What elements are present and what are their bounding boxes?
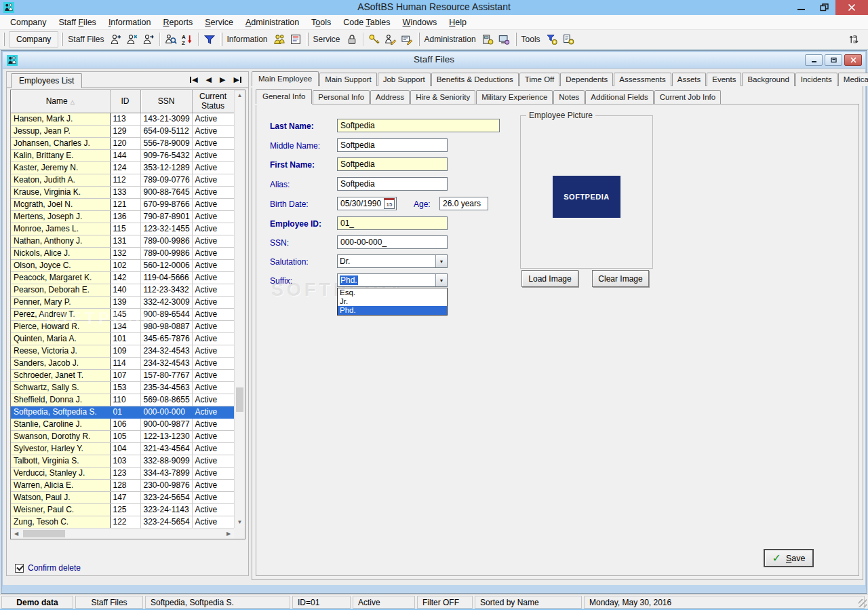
table-row[interactable]: Sylvestor, Harley Y.104321-43-4564Active [11, 442, 234, 455]
employee-info-button[interactable] [271, 31, 288, 47]
filter-tool-button[interactable] [544, 31, 560, 47]
subtab-military-experience[interactable]: Military Experience [476, 90, 553, 104]
table-row[interactable]: Kalin, Brittany E.144909-76-5432Active [11, 149, 234, 161]
subtab-additional-fields[interactable]: Additional Fields [585, 90, 653, 104]
table-row[interactable]: Keaton, Judith A.112789-09-0776Active [11, 174, 234, 186]
backup-button[interactable] [479, 31, 496, 47]
tab-incidents[interactable]: Incidents [795, 73, 837, 86]
table-row[interactable]: Perez, Andrew T.145900-89-6544Active [11, 308, 234, 320]
user-rights-button[interactable] [382, 31, 399, 47]
menu-item-service[interactable]: Service [199, 16, 239, 28]
move-employee-button[interactable] [140, 31, 157, 47]
tab-main-employee[interactable]: Main Employee [252, 71, 319, 86]
restore-db-button[interactable] [496, 31, 512, 47]
table-row[interactable]: Stanlie, Caroline J.106900-00-9877Active [11, 418, 234, 430]
scroll-right-arrow[interactable]: ▶ [223, 529, 234, 539]
table-row[interactable]: Nathan, Anthony J.131789-00-9986Active [11, 235, 234, 247]
menu-item-administration[interactable]: Administration [239, 16, 305, 28]
last-record-button[interactable]: ▶ [234, 75, 241, 84]
tab-time-off[interactable]: Time Off [519, 73, 559, 86]
key-button[interactable] [366, 31, 382, 47]
first-record-button[interactable]: ◀ [190, 75, 197, 84]
child-restore-button[interactable] [825, 54, 842, 66]
suffix-option-phd[interactable]: Phd. [338, 306, 447, 315]
table-row[interactable]: Reese, Victoria J.109234-32-4543Active [11, 345, 234, 357]
tab-job-support[interactable]: Job Support [378, 73, 431, 86]
menu-item-reports[interactable]: Reports [157, 16, 199, 28]
child-close-button[interactable] [844, 54, 862, 66]
vertical-scrollbar[interactable]: ▲ ▼ [234, 90, 245, 528]
close-button[interactable] [835, 0, 868, 15]
table-row[interactable]: Weisner, Paul C.125323-24-1143Active [11, 503, 234, 516]
calendar-button[interactable]: 15 [384, 198, 395, 209]
table-row[interactable]: Nickols, Alice J.132789-00-9986Active [11, 247, 234, 259]
ssn-input[interactable]: 000-00-000_ [337, 235, 448, 249]
resize-grip[interactable] [859, 599, 867, 607]
tab-main-support[interactable]: Main Support [319, 73, 376, 86]
table-row[interactable]: Talbott, Virginia S.103332-88-9099Active [11, 455, 234, 467]
table-row[interactable]: Warren, Alicia E.128230-00-9876Active [11, 479, 234, 491]
employee-id-input[interactable]: 01_ [337, 216, 448, 230]
table-row[interactable]: Quinten, Maria A.101345-65-7876Active [11, 332, 234, 345]
table-row[interactable]: Pierce, Howard R.134980-98-0887Active [11, 320, 234, 332]
tab-assessments[interactable]: Assessments [614, 73, 671, 86]
table-row[interactable]: Olson, Joyce C.102560-12-0006Active [11, 259, 234, 271]
horizontal-scroll-thumb[interactable] [23, 530, 65, 537]
table-row[interactable]: Sheffield, Donna J.110569-08-8655Active [11, 394, 234, 406]
table-row[interactable]: Schroeder, Janet T.107157-80-7767Active [11, 369, 234, 381]
table-row[interactable]: Krause, Virginia K.133900-88-7645Active [11, 186, 234, 198]
child-minimize-button[interactable] [805, 54, 823, 66]
column-header-current-status[interactable]: Current Status [192, 90, 234, 113]
scroll-down-arrow[interactable]: ▼ [235, 517, 245, 528]
tab-employees-list[interactable]: Employees List [11, 73, 82, 88]
tab-assets[interactable]: Assets [672, 73, 707, 86]
table-row[interactable]: Sanders, Jacob J.114234-32-4543Active [11, 357, 234, 369]
subtab-hire-seniority[interactable]: Hire & Seniority [410, 90, 475, 104]
next-record-button[interactable]: ▶ [220, 75, 225, 84]
menu-item-staff-files[interactable]: Staff Files [53, 16, 102, 28]
restore-button[interactable] [812, 0, 835, 15]
tab-events[interactable]: Events [707, 73, 741, 86]
suffix-dropdown-arrow[interactable]: ▼ [435, 274, 447, 286]
table-row[interactable]: Watson, Paul J.147323-24-5654Active [11, 491, 234, 503]
find-employee-button[interactable] [163, 31, 179, 47]
tab-dependents[interactable]: Dependents [560, 73, 613, 86]
alias-input[interactable]: Softpedia [337, 177, 448, 191]
copy-tool-button[interactable] [560, 31, 576, 47]
subtab-current-job-info[interactable]: Current Job Info [654, 90, 721, 104]
delete-employee-button[interactable] [124, 31, 140, 47]
suffix-option-jr[interactable]: Jr. [338, 297, 447, 306]
save-button[interactable]: ✓ Save [764, 549, 814, 567]
suffix-option-esq[interactable]: Esq. [338, 288, 447, 297]
report-button[interactable] [288, 31, 304, 47]
table-row[interactable]: Schwartz, Sally S.153235-34-4563Active [11, 381, 234, 394]
salutation-dropdown-arrow[interactable]: ▼ [435, 255, 447, 267]
column-header-ssn[interactable]: SSN [140, 90, 192, 113]
vertical-scroll-thumb[interactable] [236, 387, 243, 412]
table-row[interactable]: Pearson, Deborah E.140112-23-3432Active [11, 284, 234, 296]
table-row[interactable]: Mcgrath, Joel N.121670-99-8766Active [11, 198, 234, 210]
password-edit-button[interactable] [399, 31, 415, 47]
table-row[interactable]: Jessup, Jean P.129654-09-5112Active [11, 125, 234, 137]
menu-item-code-tables[interactable]: Code Tables [337, 16, 396, 28]
load-image-button[interactable]: Load Image [521, 270, 578, 287]
lock-button[interactable] [344, 31, 360, 47]
table-row[interactable]: Mertens, Joseph J.136790-87-8901Active [11, 210, 234, 223]
menu-item-windows[interactable]: Windows [397, 16, 443, 28]
table-row[interactable]: Kaster, Jeremy N.124353-12-1289Active [11, 161, 234, 174]
subtab-notes[interactable]: Notes [553, 90, 585, 104]
tab-medical[interactable]: Medical [838, 73, 868, 86]
filter-button[interactable] [201, 31, 218, 47]
menu-item-tools[interactable]: Tools [305, 16, 337, 28]
column-header-name[interactable]: Name△ [11, 90, 110, 113]
horizontal-scrollbar[interactable]: ◀ ▶ [11, 528, 234, 539]
subtab-general-info[interactable]: General Info [256, 89, 312, 104]
subtab-address[interactable]: Address [370, 90, 410, 104]
table-row[interactable]: Hansen, Mark J.113143-21-3099Active [11, 113, 234, 125]
scroll-left-arrow[interactable]: ◀ [11, 529, 22, 539]
sort-order-button[interactable] [846, 31, 863, 47]
menu-item-company[interactable]: Company [4, 16, 53, 28]
first-name-input[interactable]: Softpedia [337, 157, 448, 171]
confirm-delete-checkbox[interactable] [15, 564, 24, 573]
previous-record-button[interactable]: ◀ [206, 75, 212, 84]
